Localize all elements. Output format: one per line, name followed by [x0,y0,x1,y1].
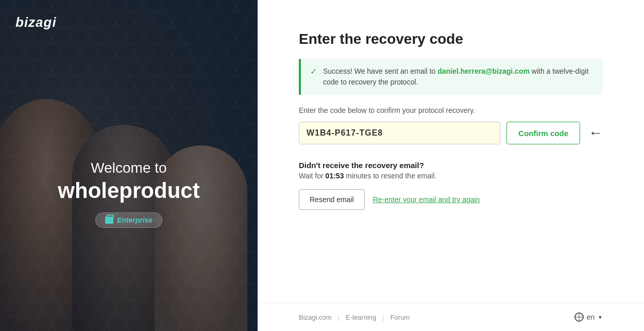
chevron-down-icon: ▼ [598,315,603,320]
success-alert: ✓ Success! We have sent an email to dani… [299,59,603,95]
product-name-label: wholeproduct [0,178,258,203]
alert-text-before: Success! We have sent an email to [323,67,437,75]
footer-link-bizagi[interactable]: Bizagi.com [299,313,338,321]
alert-email: daniel.herrera@bizagi.com [437,67,530,75]
left-panel: bizagi Welcome to wholeproduct Enterpris… [0,0,258,331]
code-input[interactable] [299,122,500,144]
footer-link-forum[interactable]: Forum [384,313,416,321]
arrow-indicator: ← [588,125,603,141]
code-row: Confirm code ← [299,122,603,144]
footer-link-elearning[interactable]: E-learning [340,313,382,321]
enterprise-label: Enterprise [117,216,152,224]
resend-title: Didn't receive the recovery email? [299,161,603,170]
logo: bizagi [15,14,57,30]
confirm-code-button[interactable]: Confirm code [506,122,580,144]
footer-links: Bizagi.com | E-learning | Forum [299,313,416,321]
wait-text: Wait for 01:53 minutes to resend the ema… [299,172,603,180]
enter-code-label: Enter the code below to confirm your pro… [299,106,603,114]
resend-email-button[interactable]: Resend email [299,189,365,210]
globe-icon [574,312,584,322]
wait-time: 01:53 [326,172,344,180]
reenter-email-link[interactable]: Re-enter your email and try again [373,195,480,204]
briefcase-icon [105,217,113,224]
resend-section: Didn't receive the recovery email? Wait … [299,161,603,210]
welcome-text: Welcome to wholeproduct Enterprise [0,160,258,228]
wait-text-before: Wait for [299,172,326,180]
welcome-to-label: Welcome to [0,160,258,176]
form-area: Enter the recovery code ✓ Success! We ha… [258,0,644,303]
wait-text-after: minutes to resend the email. [344,172,436,180]
resend-buttons: Resend email Re-enter your email and try… [299,189,603,210]
footer: Bizagi.com | E-learning | Forum en ▼ [258,303,644,331]
lang-selector[interactable]: en ▼ [574,312,603,322]
page-title: Enter the recovery code [299,31,603,47]
alert-text: Success! We have sent an email to daniel… [323,66,594,88]
check-icon: ✓ [310,67,317,76]
lang-label: en [587,313,595,321]
enterprise-badge: Enterprise [95,212,162,228]
right-panel: Enter the recovery code ✓ Success! We ha… [258,0,644,331]
